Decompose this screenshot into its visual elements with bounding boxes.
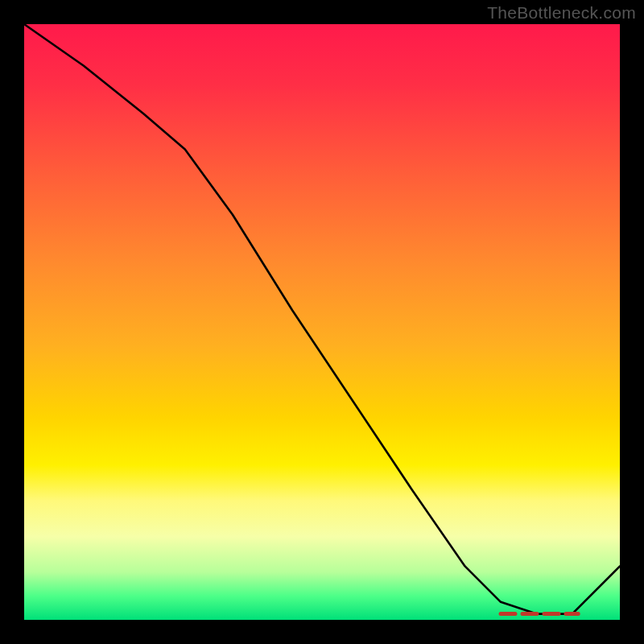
chart-frame: TheBottleneck.com [0, 0, 644, 644]
bottleneck-curve [24, 24, 620, 614]
chart-svg [24, 24, 620, 620]
watermark-text: TheBottleneck.com [487, 3, 636, 23]
plot-area [24, 24, 620, 620]
